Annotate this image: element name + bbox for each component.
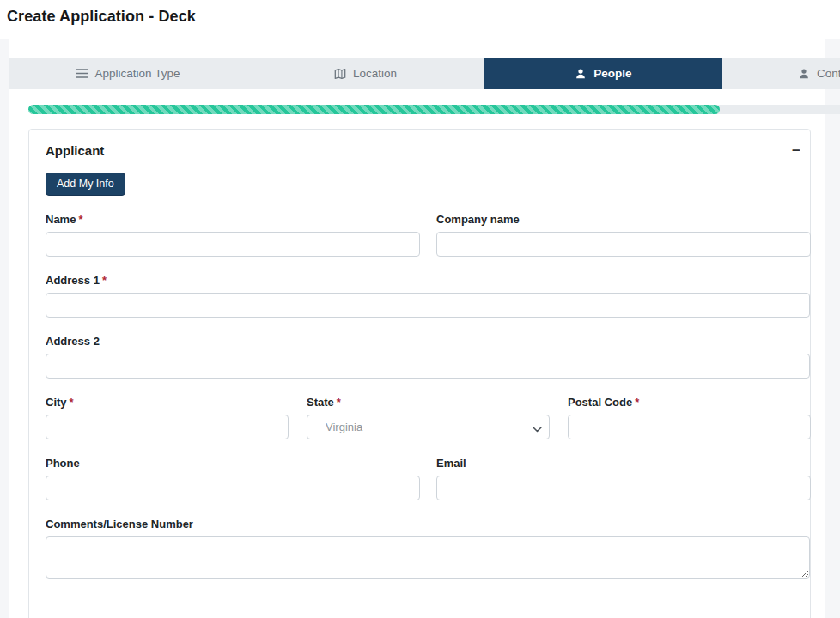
address1-label: Address 1* <box>46 274 810 287</box>
company-label: Company name <box>436 213 811 226</box>
state-select[interactable]: Virginia <box>307 415 550 439</box>
field-address2: Address 2 <box>46 335 810 379</box>
email-input[interactable] <box>436 476 811 500</box>
address2-label: Address 2 <box>46 335 810 348</box>
wizard-progress-fill <box>28 105 720 114</box>
row-city-state-postal: City* State* Virginia <box>46 396 807 439</box>
name-input[interactable] <box>46 232 420 257</box>
comments-textarea[interactable] <box>46 536 810 579</box>
row-name-company: Name* Company name <box>46 213 807 257</box>
add-my-info-button[interactable]: Add My Info <box>46 173 125 196</box>
email-label: Email <box>436 457 811 470</box>
phone-input[interactable] <box>46 476 420 500</box>
map-icon <box>334 68 346 80</box>
tab-label: People <box>593 67 631 80</box>
row-address2: Address 2 <box>46 335 807 379</box>
city-label: City* <box>46 396 289 409</box>
field-phone: Phone <box>46 457 420 500</box>
address2-input[interactable] <box>46 354 810 379</box>
row-comments: Comments/License Number <box>46 518 807 579</box>
field-company: Company name <box>436 213 811 257</box>
phone-label: Phone <box>46 457 420 470</box>
field-city: City* <box>46 396 289 439</box>
main-panel: Application Type Location <box>9 39 825 618</box>
wizard-tab-bar: Application Type Location <box>9 58 840 89</box>
postal-code-input[interactable] <box>568 415 811 439</box>
comments-label: Comments/License Number <box>46 518 810 530</box>
required-asterisk: * <box>78 213 82 226</box>
person-icon <box>575 68 587 80</box>
field-comments: Comments/License Number <box>46 518 810 579</box>
section-title: Applicant <box>46 143 104 158</box>
address1-input[interactable] <box>46 293 810 318</box>
page: Create Application - Deck Application Ty… <box>0 0 840 618</box>
required-asterisk: * <box>102 274 107 287</box>
collapse-minus-icon[interactable]: − <box>792 143 800 158</box>
person-icon <box>798 68 810 80</box>
row-address1: Address 1* <box>46 274 807 318</box>
applicant-card: Applicant − Add My Info Name* Company na… <box>28 129 811 618</box>
name-label: Name* <box>46 213 420 226</box>
city-input[interactable] <box>46 415 289 439</box>
list-icon <box>76 68 88 79</box>
top-header: Create Application - Deck <box>0 0 840 39</box>
tab-contractor-truncated[interactable]: Cont <box>722 58 840 89</box>
required-asterisk: * <box>635 396 639 409</box>
tab-label: Application Type <box>95 67 180 80</box>
field-email: Email <box>436 457 811 500</box>
field-state: State* Virginia <box>307 396 550 439</box>
tab-application-type[interactable]: Application Type <box>9 58 247 89</box>
tab-label: Cont <box>817 67 840 80</box>
row-phone-email: Phone Email <box>46 457 807 500</box>
tab-label: Location <box>353 67 397 80</box>
state-label: State* <box>307 396 550 409</box>
postal-code-label: Postal Code* <box>568 396 811 409</box>
wizard-progress-track <box>28 105 840 114</box>
tab-location[interactable]: Location <box>247 58 484 89</box>
required-asterisk: * <box>70 396 74 409</box>
state-select-wrap: Virginia <box>307 419 550 433</box>
required-asterisk: * <box>337 396 341 409</box>
company-name-input[interactable] <box>436 232 811 257</box>
page-title: Create Application - Deck <box>7 8 840 26</box>
tab-people[interactable]: People <box>484 58 722 89</box>
field-postal: Postal Code* <box>568 396 811 439</box>
field-address1: Address 1* <box>46 274 810 318</box>
field-name: Name* <box>46 213 420 257</box>
card-header: Applicant − <box>46 143 807 158</box>
